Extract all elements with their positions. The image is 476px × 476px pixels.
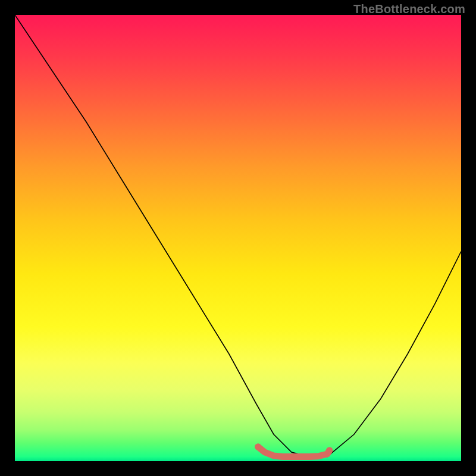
series-bottleneck-curve [15,15,461,457]
chart-svg [15,15,461,461]
plot-area [15,15,461,461]
watermark-text: TheBottleneck.com [353,2,465,16]
chart-container: TheBottleneck.com [0,0,476,476]
series-optimal-zone-highlight [258,447,330,457]
series-optimal-zone-highlight-cap [326,447,333,454]
series-optimal-zone-highlight-cap [255,444,261,450]
series-layer [15,15,461,457]
